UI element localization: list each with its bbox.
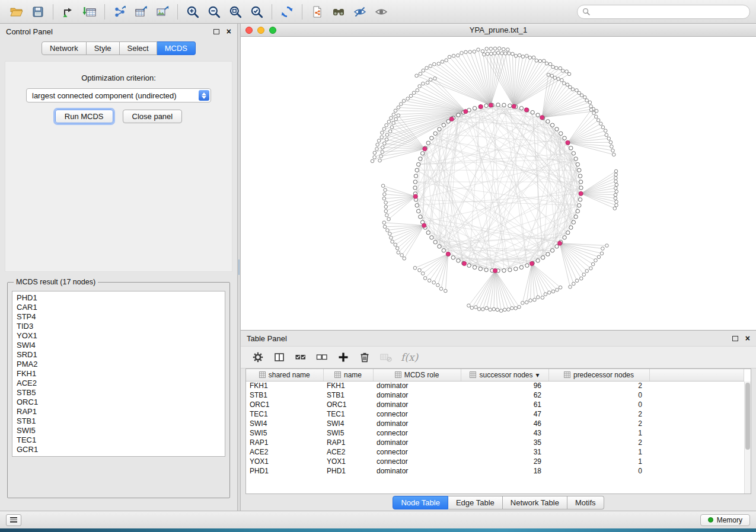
column-header-name[interactable]: name — [323, 369, 373, 381]
optimization-criterion-value: largest connected component (undirected) — [32, 91, 177, 100]
zoom-selected-icon[interactable] — [246, 2, 267, 21]
tab-style[interactable]: Style — [87, 41, 120, 55]
table-cell-mcds-role: dominator — [373, 400, 461, 409]
table-cell-mcds-role: connector — [373, 457, 461, 466]
table-panel-header: Table Panel × — [241, 331, 756, 346]
show-column-icon[interactable] — [270, 348, 288, 366]
create-column-icon[interactable] — [334, 348, 352, 366]
mcds-result-item[interactable]: SRD1 — [17, 350, 221, 360]
share-document-icon[interactable] — [307, 2, 328, 21]
delete-column-icon[interactable] — [356, 348, 374, 366]
hide-graphics-details-icon[interactable] — [349, 2, 371, 21]
tab-edge-table[interactable]: Edge Table — [448, 496, 503, 509]
export-table-icon[interactable] — [130, 2, 152, 21]
zoom-out-icon[interactable] — [203, 2, 225, 21]
table-cell-successor-nodes: 35 — [461, 438, 548, 447]
show-graphics-details-icon[interactable] — [371, 2, 392, 21]
tab-mcds[interactable]: MCDS — [157, 41, 196, 55]
mcds-result-item[interactable]: PHD1 — [17, 293, 221, 303]
mcds-result-item[interactable]: STP4 — [17, 312, 221, 322]
mcds-result-item[interactable]: GCR1 — [17, 445, 221, 454]
column-header-mcds-role[interactable]: MCDS role — [373, 369, 461, 381]
mcds-result-item[interactable]: TID3 — [17, 322, 221, 331]
table-cell-shared-name: STB1 — [246, 390, 323, 400]
table-row[interactable]: FKH1FKH1dominator962 — [246, 381, 744, 390]
table-row[interactable]: TEC1TEC1connector472 — [246, 409, 744, 419]
scrollbar-thumb[interactable] — [745, 383, 750, 450]
mcds-result-item[interactable]: ORC1 — [17, 398, 221, 407]
table-row[interactable]: PHD1PHD1dominator180 — [246, 466, 744, 476]
mcds-options-area: Optimization criterion: largest connecte… — [5, 61, 232, 272]
import-network-icon[interactable] — [58, 2, 79, 21]
zoom-in-icon[interactable] — [182, 2, 203, 21]
unselect-all-columns-icon[interactable] — [313, 348, 331, 366]
mcds-result-item[interactable]: STB1 — [17, 416, 221, 426]
export-network-icon[interactable] — [109, 2, 130, 21]
column-header-shared-name[interactable]: shared name — [246, 369, 323, 381]
refresh-layout-icon[interactable] — [276, 2, 298, 21]
close-table-panel-icon[interactable]: × — [745, 334, 750, 342]
import-table-icon[interactable] — [79, 2, 100, 21]
float-table-panel-icon[interactable] — [732, 336, 738, 341]
tab-node-table[interactable]: Node Table — [393, 496, 448, 509]
float-panel-icon[interactable] — [213, 29, 219, 34]
tab-motifs[interactable]: Motifs — [567, 496, 604, 509]
column-header-successor-nodes[interactable]: successor nodes ▾ — [461, 369, 548, 381]
trash-icon — [358, 351, 371, 364]
table-row[interactable]: ORC1ORC1dominator610 — [246, 400, 744, 409]
table-row[interactable]: YOX1YOX1connector291 — [246, 457, 744, 466]
table-cell-name: ORC1 — [323, 400, 373, 409]
mcds-result-item[interactable]: SWI4 — [17, 341, 221, 350]
close-panel-icon[interactable]: × — [227, 27, 231, 36]
mcds-result-item[interactable]: RAP1 — [17, 407, 221, 416]
column-header-predecessor-nodes[interactable]: predecessor nodes — [548, 369, 649, 381]
binoculars-search-icon[interactable] — [328, 2, 349, 21]
mcds-result-item[interactable]: PMA2 — [17, 360, 221, 369]
tab-network[interactable]: Network — [42, 41, 87, 55]
mcds-result-item[interactable]: STB5 — [17, 388, 221, 398]
toolbar-separator — [302, 4, 302, 20]
splitter-grip — [238, 259, 240, 275]
table-row[interactable]: SWI5SWI5connector431 — [246, 428, 744, 438]
close-panel-button[interactable]: Close panel — [123, 110, 183, 123]
gear-icon — [251, 351, 264, 364]
table-cell-predecessor-nodes: 1 — [548, 428, 649, 438]
mcds-result-item[interactable]: TEC1 — [17, 435, 221, 445]
column-type-icon — [564, 371, 570, 378]
zoom-fit-icon[interactable] — [225, 2, 246, 21]
export-table-icon-glyph — [134, 5, 148, 18]
table-row[interactable]: STB1STB1dominator620 — [246, 390, 744, 400]
run-mcds-button[interactable]: Run MCDS — [55, 110, 113, 123]
table-cell-filler — [649, 409, 744, 419]
export-image-icon[interactable] — [152, 2, 173, 21]
select-all-columns-icon[interactable] — [292, 348, 310, 366]
mcds-result-item[interactable]: SWI5 — [17, 426, 221, 435]
network-graph[interactable] — [241, 37, 752, 330]
mcds-result-item[interactable]: ACE2 — [17, 379, 221, 388]
open-session-icon[interactable] — [6, 2, 27, 21]
network-canvas[interactable] — [241, 37, 756, 330]
mcds-result-item[interactable]: YOX1 — [17, 331, 221, 341]
mcds-result-list: PHD1CAR1STP4TID3YOX1SWI4SRD1PMA2FKH1ACE2… — [12, 291, 225, 457]
table-cell-name: PHD1 — [323, 466, 373, 476]
memory-button[interactable]: Memory — [700, 514, 750, 526]
tab-select[interactable]: Select — [120, 41, 157, 55]
save-session-icon[interactable] — [27, 2, 49, 21]
table-scrollbar[interactable] — [744, 382, 751, 493]
table-cell-predecessor-nodes: 2 — [548, 438, 649, 447]
table-row[interactable]: ACE2ACE2connector311 — [246, 447, 744, 457]
table-cell-filler — [649, 381, 744, 390]
mcds-result-item[interactable]: FKH1 — [17, 369, 221, 379]
unchecked-boxes-icon — [315, 351, 328, 364]
status-menu-icon[interactable] — [6, 514, 21, 526]
tab-network-table[interactable]: Network Table — [503, 496, 567, 509]
search-input[interactable] — [593, 7, 745, 17]
optimization-criterion-select[interactable]: largest connected component (undirected) — [26, 88, 211, 102]
table-row[interactable]: RAP1RAP1dominator352 — [246, 438, 744, 447]
mcds-result-item[interactable]: CAR1 — [17, 303, 221, 312]
zoom-fit-icon-glyph — [228, 5, 243, 19]
table-cell-successor-nodes: 46 — [461, 419, 548, 428]
table-cell-name: ACE2 — [323, 447, 373, 457]
table-row[interactable]: SWI4SWI4dominator462 — [246, 419, 744, 428]
table-settings-gear-icon[interactable] — [249, 348, 267, 366]
